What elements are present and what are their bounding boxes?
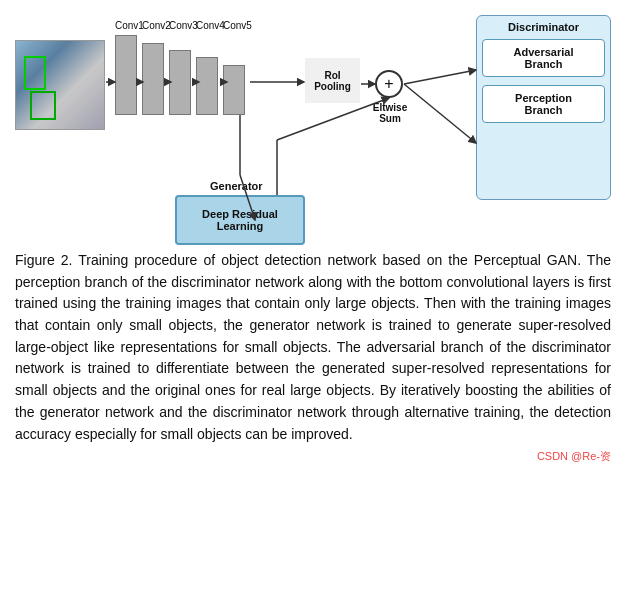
conv5-label: Conv5	[223, 20, 245, 31]
eltwise-sum-label: EltwiseSum	[365, 102, 415, 124]
watermark: CSDN @Re-资	[15, 449, 611, 464]
conv3-label: Conv3	[169, 20, 191, 31]
drl-box: Deep ResidualLearning	[175, 195, 305, 245]
figure-caption: Figure 2. Training procedure of object d…	[15, 250, 611, 445]
conv5-bar	[223, 65, 245, 115]
discriminator-title: Discriminator	[482, 21, 605, 33]
caption-text: Figure 2. Training procedure of object d…	[15, 252, 611, 442]
plus-symbol: +	[384, 75, 393, 93]
generator-label: Generator	[210, 180, 263, 192]
svg-line-7	[404, 70, 476, 84]
conv4-bar	[196, 57, 218, 115]
perception-branch-box: PerceptionBranch	[482, 85, 605, 123]
plus-circle: +	[375, 70, 403, 98]
conv1-label: Conv1	[115, 20, 137, 31]
roi-pooling-box: RoIPooling	[305, 58, 360, 103]
conv3-bar	[169, 50, 191, 115]
conv1-bar	[115, 35, 137, 115]
conv2-label: Conv2	[142, 20, 164, 31]
discriminator-box: Discriminator AdversarialBranch Percepti…	[476, 15, 611, 200]
input-image	[15, 40, 105, 130]
diagram: Conv1 Conv2 Conv3 Conv4 Conv5 RoIPooling…	[15, 10, 611, 240]
conv4-label: Conv4	[196, 20, 218, 31]
conv-layers	[115, 35, 245, 115]
conv-labels: Conv1 Conv2 Conv3 Conv4 Conv5	[115, 20, 245, 31]
conv2-bar	[142, 43, 164, 115]
adversarial-branch-box: AdversarialBranch	[482, 39, 605, 77]
